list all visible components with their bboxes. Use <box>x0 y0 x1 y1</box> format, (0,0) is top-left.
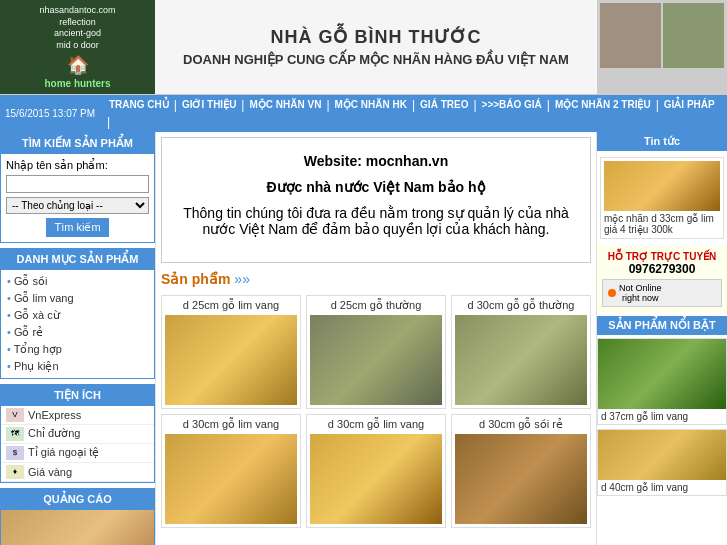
search-content: Nhập tên sản phẩm: -- Theo chủng loại --… <box>1 154 154 242</box>
main-content: Website: mocnhan.vn Được nhà nước Việt N… <box>155 132 597 545</box>
product-item[interactable]: d 25cm gỗ lim vang <box>161 295 301 409</box>
tigia-icon: $ <box>6 446 24 460</box>
news-image <box>604 161 720 211</box>
tienich-item[interactable]: $ Tỉ giá ngoại tệ <box>1 444 154 463</box>
logo-site: nhasandantoc.com <box>39 5 115 17</box>
product-image <box>310 434 442 524</box>
header: nhasandantoc.com reflection ancient-god … <box>0 0 727 95</box>
support-phone: 0976279300 <box>602 262 722 276</box>
nav-mocnhanvn[interactable]: MỘC NHÃN VN <box>247 98 323 112</box>
featured-image <box>598 339 726 409</box>
category-link[interactable]: Gỗ xà cừ <box>14 309 60 321</box>
tienich-item[interactable]: ♦ Giá vàng <box>1 463 154 482</box>
support-title: HỖ TRỢ TRỰC TUYẾN <box>602 251 722 262</box>
product-image <box>310 315 442 405</box>
sidebar-left: TÌM KIẾM SẢN PHẨM Nhập tên sản phẩm: -- … <box>0 132 155 545</box>
category-link[interactable]: Phụ kiện <box>14 360 59 372</box>
search-button[interactable]: Tìm kiếm <box>46 218 108 237</box>
news-title: Tin tức <box>597 132 727 151</box>
product-name: d 30cm gỗ lim vang <box>165 418 297 431</box>
search-select[interactable]: -- Theo chủng loại -- <box>6 197 149 214</box>
nav-baogia[interactable]: >>>BÁO GIÁ <box>480 98 544 112</box>
banner-title: NHÀ GỖ BÌNH THƯỚC <box>271 26 482 48</box>
tienich-title: TIỆN ÍCH <box>1 385 154 406</box>
navbar: 15/6/2015 13:07 PM TRANG CHỦ | GIỚI THIỆ… <box>0 95 727 132</box>
tienich-label: Tỉ giá ngoại tệ <box>28 446 99 459</box>
sanpham-header: Sản phẩm »» <box>161 271 591 287</box>
search-title: TÌM KIẾM SẢN PHẨM <box>1 133 154 154</box>
product-name: d 30cm gỗ lim vang <box>310 418 442 431</box>
header-photo-2 <box>663 3 724 68</box>
featured-item[interactable]: d 37cm gỗ lim vang <box>597 338 727 425</box>
sidebar-right: Tin tức mộc nhãn d 33cm gỗ lim giá 4 tri… <box>597 132 727 545</box>
nav-trangchu[interactable]: TRANG CHỦ <box>107 98 171 112</box>
banner-subtitle: DOANH NGHIỆP CUNG CẤP MỘC NHÃN HÀNG ĐẦU … <box>183 52 569 67</box>
category-link[interactable]: Gỗ rẻ <box>14 326 43 338</box>
quangcao-section: QUẢNG CÁO Phụng Nguyễn Từ Công <box>0 488 155 545</box>
featured-item[interactable]: d 40cm gỗ lim vang <box>597 429 727 496</box>
nav-mocnhan2trieu[interactable]: MỘC NHÃN 2 TRIỆU <box>553 98 653 112</box>
quangcao-title: QUẢNG CÁO <box>1 489 154 510</box>
news-content: mộc nhãn d 33cm gỗ lim giá 4 triệu 300k <box>597 154 727 246</box>
product-image <box>165 315 297 405</box>
logo: nhasandantoc.com reflection ancient-god … <box>0 0 155 94</box>
news-item[interactable]: mộc nhãn d 33cm gỗ lim giá 4 triệu 300k <box>600 157 724 239</box>
product-item[interactable]: d 25cm gỗ thường <box>306 295 446 409</box>
product-item[interactable]: d 30cm gỗ lim vang <box>161 414 301 528</box>
notice-box: Website: mocnhan.vn Được nhà nước Việt N… <box>161 137 591 263</box>
nav-giaiphap[interactable]: GIẢI PHÁP <box>662 98 717 112</box>
tienich-section: TIỆN ÍCH V VnExpress 🗺 Chỉ đường $ Tỉ gi… <box>0 384 155 483</box>
vnexpress-icon: V <box>6 408 24 422</box>
nav-gioithieu[interactable]: GIỚI THIỆU <box>180 98 238 112</box>
main-layout: TÌM KIẾM SẢN PHẨM Nhập tên sản phẩm: -- … <box>0 132 727 545</box>
notice-line2: Được nhà nước Việt Nam bảo hộ <box>182 179 570 195</box>
search-select-row: -- Theo chủng loại -- <box>6 197 149 214</box>
tienich-item[interactable]: 🗺 Chỉ đường <box>1 425 154 444</box>
featured-products: d 37cm gỗ lim vang d 40cm gỗ lim vang <box>597 338 727 496</box>
logo-bottom: home hunters <box>44 78 110 89</box>
notice-line1: Website: mocnhan.vn <box>182 153 570 169</box>
giavang-icon: ♦ <box>6 465 24 479</box>
categories-title: DANH MỤC SẢN PHẨM <box>1 249 154 270</box>
category-link[interactable]: Gỗ sồi <box>14 275 48 287</box>
nav-time: 15/6/2015 13:07 PM <box>5 108 105 119</box>
list-item[interactable]: Phụ kiện <box>1 358 154 375</box>
products-grid: d 25cm gỗ lim vang d 25cm gỗ thường d 30… <box>161 295 591 528</box>
chiduong-icon: 🗺 <box>6 427 24 441</box>
header-photos <box>597 0 727 94</box>
featured-image <box>598 430 726 480</box>
list-item[interactable]: Gỗ rẻ <box>1 324 154 341</box>
list-item[interactable]: Gỗ lim vang <box>1 290 154 307</box>
logo-line1: reflection <box>59 17 96 29</box>
product-item[interactable]: d 30cm gỗ lim vang <box>306 414 446 528</box>
featured-label: d 40cm gỗ lim vang <box>598 480 726 495</box>
product-name: d 30cm gỗ gỗ thường <box>455 299 587 312</box>
online-dot-icon <box>608 289 616 297</box>
search-section: TÌM KIẾM SẢN PHẨM Nhập tên sản phẩm: -- … <box>0 132 155 243</box>
list-item[interactable]: Gỗ sồi <box>1 273 154 290</box>
tienich-label: VnExpress <box>28 409 81 421</box>
product-item[interactable]: d 30cm gỗ sồi rẻ <box>451 414 591 528</box>
product-name: d 25cm gỗ lim vang <box>165 299 297 312</box>
notice-line3: Thông tin chúng tôi đưa ra đều nằm trong… <box>182 205 570 237</box>
featured-title: SẢN PHẨM NỔI BẬT <box>597 316 727 335</box>
logo-line3: mid o door <box>56 40 99 52</box>
category-link[interactable]: Gỗ lim vang <box>14 292 74 304</box>
list-item[interactable]: Tổng hợp <box>1 341 154 358</box>
online-status: Not Onlineright now <box>602 279 722 307</box>
product-image <box>455 315 587 405</box>
product-image <box>165 434 297 524</box>
categories-section: DANH MỤC SẢN PHẨM Gỗ sồi Gỗ lim vang Gỗ … <box>0 248 155 379</box>
product-name: d 30cm gỗ sồi rẻ <box>455 418 587 431</box>
category-link[interactable]: Tổng hợp <box>14 343 62 355</box>
search-input[interactable] <box>6 175 149 193</box>
quangcao-image: Phụng Nguyễn Từ Công <box>1 510 154 545</box>
tienich-item[interactable]: V VnExpress <box>1 406 154 425</box>
nav-mocnhanhk[interactable]: MỘC NHÃN HK <box>333 98 409 112</box>
product-item[interactable]: d 30cm gỗ gỗ thường <box>451 295 591 409</box>
online-text: Not Onlineright now <box>619 283 662 303</box>
search-label: Nhập tên sản phẩm: <box>6 159 149 172</box>
list-item[interactable]: Gỗ xà cừ <box>1 307 154 324</box>
nav-giatreo[interactable]: GIÁ TREO <box>418 98 470 112</box>
tienich-label: Chỉ đường <box>28 427 80 440</box>
